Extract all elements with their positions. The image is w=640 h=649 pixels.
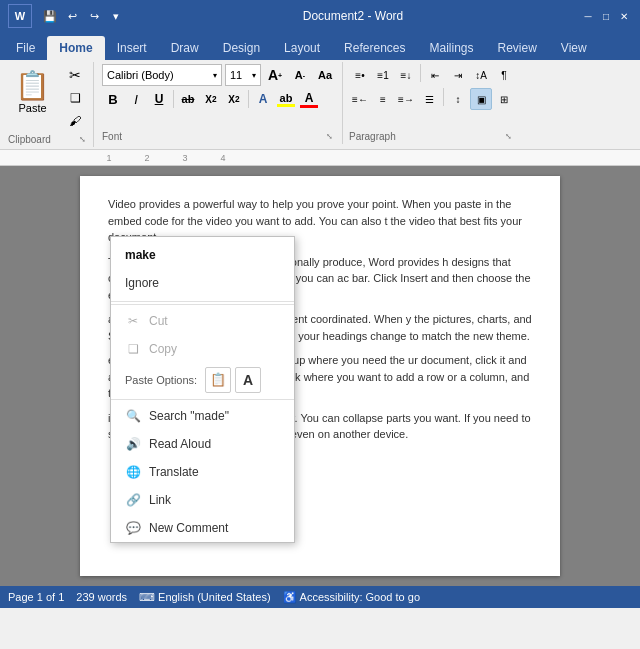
underline-button[interactable]: U <box>148 88 170 110</box>
line-spacing-button[interactable]: ↕ <box>447 88 469 110</box>
title-bar-left: W 💾 ↩ ↪ ▾ <box>8 4 126 28</box>
paste-text-button-ctx[interactable]: A <box>235 367 261 393</box>
font-group: Calibri (Body) ▾ 11 ▾ A+ A- Aa B I U ab … <box>96 62 343 144</box>
tab-insert[interactable]: Insert <box>105 36 159 60</box>
text-effects-button[interactable]: A <box>252 88 274 110</box>
word-app-icon: W <box>8 4 32 28</box>
show-formatting-button[interactable]: ¶ <box>493 64 515 86</box>
clear-format-button[interactable]: Aa <box>314 64 336 86</box>
align-left-button[interactable]: ≡← <box>349 88 371 110</box>
accessibility-label: Accessibility: Good to go <box>300 591 420 603</box>
word-count-status[interactable]: 239 words <box>76 591 127 603</box>
grow-font-button[interactable]: A+ <box>264 64 286 86</box>
accessibility-icon: ♿ <box>283 591 297 604</box>
cut-icon: ✂ <box>125 313 141 329</box>
minimize-button[interactable]: ─ <box>580 8 596 24</box>
tab-references[interactable]: References <box>332 36 417 60</box>
search-icon: 🔍 <box>125 408 141 424</box>
quick-access-toolbar: 💾 ↩ ↪ ▾ <box>40 6 126 26</box>
superscript-button[interactable]: X2 <box>223 88 245 110</box>
paragraph-row2: ≡← ≡ ≡→ ☰ ↕ ▣ ⊞ <box>349 88 515 110</box>
font-label: Font <box>102 131 122 142</box>
bold-button[interactable]: B <box>102 88 124 110</box>
bullets-button[interactable]: ≡• <box>349 64 371 86</box>
font-expand-icon[interactable]: ⤡ <box>326 132 336 142</box>
tab-mailings[interactable]: Mailings <box>417 36 485 60</box>
window-controls: ─ □ ✕ <box>580 8 632 24</box>
new-comment-label: New Comment <box>149 519 228 537</box>
redo-button[interactable]: ↪ <box>84 6 104 26</box>
format-painter-button[interactable]: 🖌 <box>61 110 89 132</box>
numbering-button[interactable]: ≡1 <box>372 64 394 86</box>
clipboard-label: Clipboard <box>8 134 51 145</box>
title-bar: W 💾 ↩ ↪ ▾ Document2 - Word ─ □ ✕ <box>0 0 640 32</box>
font-name-dropdown[interactable]: Calibri (Body) ▾ <box>102 64 222 86</box>
read-aloud-menu-item[interactable]: 🔊 Read Aloud <box>111 430 294 458</box>
link-menu-item[interactable]: 🔗 Link <box>111 486 294 514</box>
separator-1 <box>111 304 294 305</box>
font-label-row: Font ⤡ <box>102 131 336 142</box>
copy-button[interactable]: ❑ <box>61 87 89 109</box>
copy-menu-item[interactable]: ❑ Copy <box>111 335 294 363</box>
tab-design[interactable]: Design <box>211 36 272 60</box>
paste-options-section: Paste Options: 📋 A <box>111 363 294 397</box>
tab-file[interactable]: File <box>4 36 47 60</box>
window-title: Document2 - Word <box>126 9 580 23</box>
shading-button[interactable]: ▣ <box>470 88 492 110</box>
tab-layout[interactable]: Layout <box>272 36 332 60</box>
customize-qa-button[interactable]: ▾ <box>106 6 126 26</box>
translate-label: Translate <box>149 463 199 481</box>
font-selector-row: Calibri (Body) ▾ 11 ▾ A+ A- Aa <box>102 64 336 86</box>
paste-button[interactable]: 📋 Paste <box>8 64 57 119</box>
multilevel-list-button[interactable]: ≡↓ <box>395 64 417 86</box>
tab-review[interactable]: Review <box>486 36 549 60</box>
language-icon: ⌨ <box>139 591 155 604</box>
spell-suggestion-make[interactable]: make <box>111 241 294 269</box>
increase-indent-button[interactable]: ⇥ <box>447 64 469 86</box>
borders-button[interactable]: ⊞ <box>493 88 515 110</box>
paragraph-label: Paragraph <box>349 131 396 142</box>
cut-button[interactable]: ✂ <box>61 64 89 86</box>
paragraph-label-row: Paragraph ⤡ <box>349 131 515 142</box>
page-number-status[interactable]: Page 1 of 1 <box>8 591 64 603</box>
paragraph-group: ≡• ≡1 ≡↓ ⇤ ⇥ ↕A ¶ ≡← ≡ ≡→ ☰ ↕ ▣ ⊞ Paragr… <box>345 62 519 144</box>
paragraph-expand-icon[interactable]: ⤡ <box>505 132 515 142</box>
font-size-dropdown[interactable]: 11 ▾ <box>225 64 261 86</box>
ignore-option[interactable]: Ignore <box>111 269 294 297</box>
align-right-button[interactable]: ≡→ <box>395 88 417 110</box>
clipboard-group: 📋 Paste ✂ ❑ 🖌 Clipboard ⤡ <box>4 62 94 147</box>
accessibility-status[interactable]: ♿ Accessibility: Good to go <box>283 591 420 604</box>
maximize-button[interactable]: □ <box>598 8 614 24</box>
close-button[interactable]: ✕ <box>616 8 632 24</box>
strikethrough-button[interactable]: ab <box>177 88 199 110</box>
paste-button-ctx[interactable]: 📋 <box>205 367 231 393</box>
translate-icon: 🌐 <box>125 464 141 480</box>
undo-button[interactable]: ↩ <box>62 6 82 26</box>
search-menu-item[interactable]: 🔍 Search "made" <box>111 402 294 430</box>
context-menu: make Ignore ✂ Cut ❑ Copy Paste Options: … <box>110 236 295 543</box>
translate-menu-item[interactable]: 🌐 Translate <box>111 458 294 486</box>
decrease-indent-button[interactable]: ⇤ <box>424 64 446 86</box>
tab-view[interactable]: View <box>549 36 599 60</box>
align-center-button[interactable]: ≡ <box>372 88 394 110</box>
language-label: English (United States) <box>158 591 271 603</box>
separator-2 <box>111 399 294 400</box>
new-comment-menu-item[interactable]: 💬 New Comment <box>111 514 294 542</box>
subscript-button[interactable]: X2 <box>200 88 222 110</box>
language-status[interactable]: ⌨ English (United States) <box>139 591 271 604</box>
save-button[interactable]: 💾 <box>40 6 60 26</box>
sort-button[interactable]: ↕A <box>470 64 492 86</box>
clipboard-small-buttons: ✂ ❑ 🖌 <box>61 64 89 132</box>
font-color-button[interactable]: A <box>298 88 320 110</box>
clipboard-expand-icon[interactable]: ⤡ <box>79 135 89 145</box>
tab-draw[interactable]: Draw <box>159 36 211 60</box>
shrink-font-button[interactable]: A- <box>289 64 311 86</box>
cut-menu-item[interactable]: ✂ Cut <box>111 307 294 335</box>
tab-home[interactable]: Home <box>47 36 104 60</box>
highlight-color-button[interactable]: ab <box>275 88 297 110</box>
paste-label: Paste <box>18 102 46 114</box>
justify-button[interactable]: ☰ <box>418 88 440 110</box>
italic-button[interactable]: I <box>125 88 147 110</box>
page-number-label: Page 1 of 1 <box>8 591 64 603</box>
word-count-label: 239 words <box>76 591 127 603</box>
